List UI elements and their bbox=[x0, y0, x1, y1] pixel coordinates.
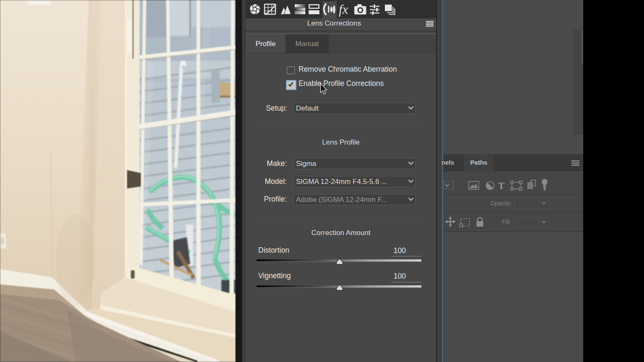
svg-text:fx: fx bbox=[339, 2, 348, 17]
svg-text:T: T bbox=[498, 181, 504, 191]
